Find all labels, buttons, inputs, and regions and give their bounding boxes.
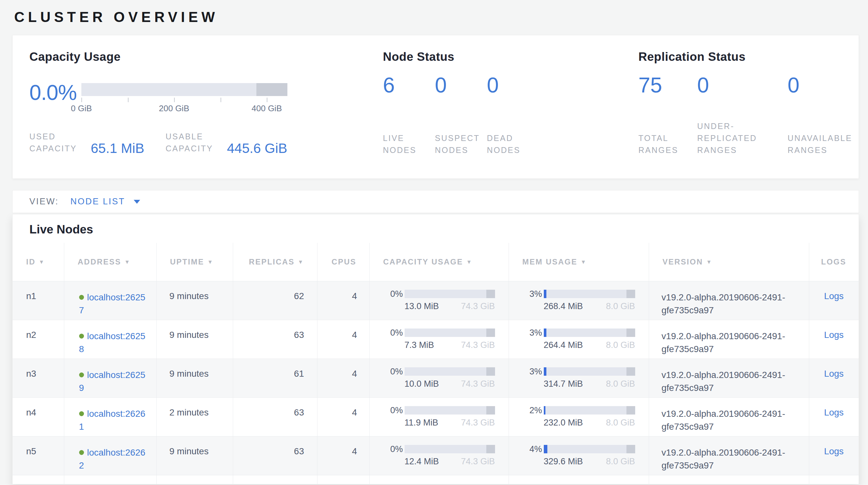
capacity-bar-reserved-segment — [486, 367, 495, 376]
view-dropdown[interactable]: NODE LIST — [70, 197, 125, 207]
replication-status-section: Replication Status 75 TOTAL RANGES 0 UND… — [639, 50, 859, 166]
mem-used-value: 232.0 MiB — [544, 418, 583, 428]
column-header-id[interactable]: ID▼ — [12, 243, 64, 281]
under-replicated-label: UNDER-REPLICATED RANGES — [697, 120, 771, 156]
axis-tick-label: 200 GiB — [159, 104, 189, 113]
table-row: n1 localhost:26257 9 minutes 62 4 0% 13.… — [12, 281, 859, 320]
sort-arrow-icon: ▼ — [207, 259, 213, 265]
capacity-percent: 0% — [370, 289, 403, 299]
sort-arrow-icon: ▼ — [581, 259, 587, 265]
capacity-axis-labels: 0 GiB 200 GiB 400 GiB — [82, 104, 267, 114]
suspect-nodes-stat: 0 SUSPECT NODES — [435, 75, 487, 156]
live-nodes-label: LIVE NODES — [383, 132, 422, 156]
suspect-nodes-count: 0 — [435, 75, 487, 95]
mem-bar-reserved-segment — [626, 445, 635, 453]
node-uptime: 9 minutes — [156, 359, 233, 397]
usable-capacity-stat: USABLE CAPACITY 445.6 GiB — [166, 131, 287, 154]
node-capacity-usage-cell: 0% 12.4 MiB 74.3 GiB — [369, 436, 508, 475]
node-logs-cell: Logs — [809, 359, 859, 397]
node-address-link[interactable]: localhost:26262 — [79, 448, 146, 470]
logs-link[interactable]: Logs — [824, 369, 844, 379]
logs-link[interactable]: Logs — [824, 446, 844, 456]
mem-mini-bar — [544, 290, 635, 298]
column-header-capacity-usage[interactable]: CAPACITY USAGE▼ — [369, 243, 508, 281]
table-row: n5 localhost:26262 9 minutes 63 4 0% 12.… — [12, 436, 859, 475]
under-replicated-count: 0 — [697, 75, 787, 95]
node-mem-usage-cell: 2% 232.0 MiB 8.0 GiB — [508, 397, 649, 436]
capacity-gauge: 0.0% 0 GiB 200 GiB 400 GiB — [29, 83, 383, 114]
capacity-mini-bar — [405, 329, 495, 337]
node-live-status-icon — [79, 295, 84, 300]
chevron-down-icon[interactable] — [134, 200, 140, 204]
node-address-cell: localhost:26257 — [64, 281, 156, 320]
capacity-max-value: 74.3 GiB — [461, 457, 495, 466]
sort-arrow-icon: ▼ — [39, 259, 45, 265]
capacity-bar-reserved-segment — [486, 406, 495, 415]
node-live-status-icon — [79, 411, 84, 416]
mem-mini-bar — [544, 367, 635, 376]
dead-nodes-stat: 0 DEAD NODES — [487, 75, 539, 156]
node-uptime: 9 minutes — [156, 320, 233, 359]
node-address-link[interactable]: localhost:26261 — [79, 409, 146, 432]
capacity-used-value: 11.9 MiB — [405, 418, 438, 428]
node-status-section: Node Status 6 LIVE NODES 0 SUSPECT NODES… — [383, 50, 639, 166]
node-cpus: 4 — [317, 320, 369, 359]
mem-bar-reserved-segment — [626, 367, 635, 376]
column-header-mem-usage[interactable]: MEM USAGE▼ — [508, 243, 649, 281]
page-title: CLUSTER OVERVIEW — [14, 9, 868, 25]
node-address-link[interactable]: localhost:26257 — [79, 292, 146, 315]
node-mem-usage-cell: 3% 268.4 MiB 8.0 GiB — [508, 281, 649, 320]
logs-link[interactable]: Logs — [824, 330, 844, 340]
live-nodes-table: ID▼ ADDRESS▼ UPTIME▼ REPLICAS▼ CPUS CAPA… — [12, 243, 859, 484]
node-uptime: 2 minutes — [156, 397, 233, 436]
table-row: n4 localhost:26261 2 minutes 63 4 0% 11.… — [12, 397, 859, 436]
node-logs-cell: Logs — [809, 436, 859, 475]
node-id: n3 — [12, 359, 64, 397]
node-version: v19.2.0-alpha.20190606-2491-gfe735c9a97 — [649, 359, 809, 397]
mem-percent: 2% — [509, 405, 542, 416]
logs-link[interactable]: Logs — [824, 291, 844, 301]
column-header-logs: LOGS — [809, 243, 859, 281]
node-cpus: 4 — [317, 436, 369, 475]
capacity-used-value: 10.0 MiB — [405, 379, 439, 389]
capacity-bar-reserved-segment — [486, 329, 495, 337]
mem-used-value: 329.6 MiB — [544, 457, 583, 466]
column-header-version[interactable]: VERSION▼ — [649, 243, 809, 281]
node-capacity-usage-cell: 0% 10.0 MiB 74.3 GiB — [369, 359, 508, 397]
dead-nodes-label: DEAD NODES — [487, 132, 526, 156]
column-header-replicas[interactable]: REPLICAS▼ — [233, 243, 317, 281]
column-header-uptime[interactable]: UPTIME▼ — [156, 243, 233, 281]
node-address-cell: localhost:26258 — [64, 320, 156, 359]
table-row-partial — [12, 475, 859, 484]
capacity-mini-bar — [405, 406, 495, 415]
mem-used-value: 268.4 MiB — [544, 301, 583, 311]
view-label: VIEW: — [29, 197, 59, 207]
node-cpus: 4 — [317, 397, 369, 436]
live-nodes-count: 6 — [383, 75, 435, 95]
column-header-address[interactable]: ADDRESS▼ — [64, 243, 156, 281]
node-cpus: 4 — [317, 281, 369, 320]
mem-mini-bar — [544, 445, 635, 453]
capacity-used-value: 13.0 MiB — [405, 301, 439, 311]
mem-percent: 3% — [509, 328, 542, 338]
mem-bar-reserved-segment — [626, 290, 635, 298]
cluster-summary-card: Capacity Usage 0.0% 0 GiB 200 GiB 400 Gi… — [12, 35, 859, 179]
live-nodes-card: Live Nodes ID▼ ADDRESS▼ UPTIME▼ REPLICAS… — [12, 214, 859, 484]
capacity-percent: 0% — [370, 328, 403, 338]
logs-link[interactable]: Logs — [824, 407, 844, 418]
dead-nodes-count: 0 — [487, 75, 539, 95]
node-replicas: 61 — [233, 359, 317, 397]
mem-mini-bar — [544, 406, 635, 415]
table-row: n3 localhost:26259 9 minutes 61 4 0% 10.… — [12, 359, 859, 397]
capacity-percent: 0% — [370, 405, 403, 416]
node-id: n4 — [12, 397, 64, 436]
node-address-link[interactable]: localhost:26259 — [79, 370, 146, 393]
total-ranges-label: TOTAL RANGES — [639, 132, 680, 156]
live-nodes-title: Live Nodes — [12, 215, 859, 243]
node-address-cell: localhost:26259 — [64, 359, 156, 397]
node-version: v19.2.0-alpha.20190606-2491-gfe735c9a97 — [649, 397, 809, 436]
node-replicas: 62 — [233, 281, 317, 320]
replication-status-title: Replication Status — [639, 50, 859, 64]
node-address-link[interactable]: localhost:26258 — [79, 331, 146, 354]
node-uptime: 9 minutes — [156, 281, 233, 320]
